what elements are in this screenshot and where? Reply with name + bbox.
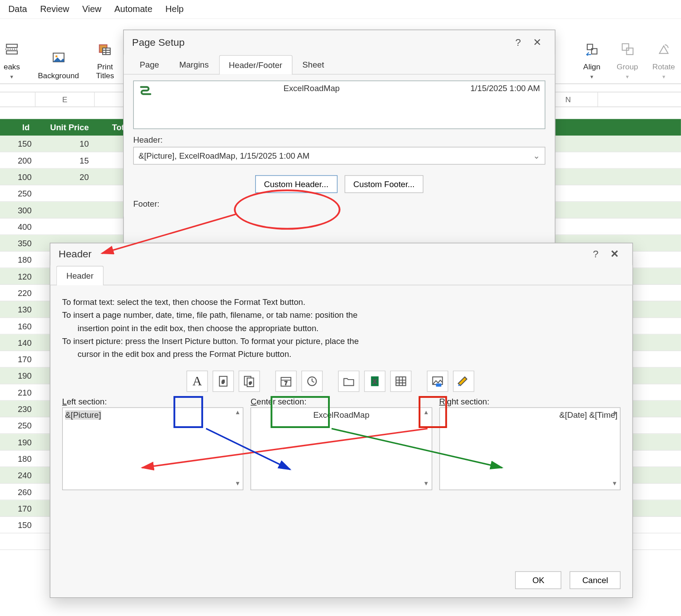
group-icon [617, 39, 638, 60]
close-button[interactable]: ✕ [528, 36, 547, 48]
footer-label: Footer: [133, 199, 545, 208]
svg-rect-0 [6, 44, 17, 48]
svg-text:#: # [222, 379, 225, 384]
left-section-input[interactable]: &[Picture] ▲▼ [62, 407, 244, 490]
chevron-down-icon: ▾ [662, 73, 665, 80]
chevron-down-icon: ▾ [10, 73, 13, 80]
roadmap-icon [139, 84, 153, 98]
ribbon-print-titles-label: Print Titles [96, 62, 114, 80]
custom-footer-button[interactable]: Custom Footer... [345, 175, 424, 193]
ribbon-align[interactable]: Align ▾ [581, 21, 602, 80]
ribbon-breaks-label: eaks [4, 62, 20, 71]
format-text-button[interactable]: A [187, 371, 208, 392]
left-section-label: eft section: [67, 396, 107, 406]
ribbon-group[interactable]: Group ▾ [617, 21, 638, 80]
svg-rect-12 [622, 44, 629, 50]
svg-rect-13 [626, 48, 633, 55]
header-sections: Left section: &[Picture] ▲▼ Center secti… [62, 396, 621, 490]
svg-text:7: 7 [284, 380, 287, 386]
chevron-down-icon: ▾ [626, 73, 629, 80]
ribbon-background[interactable]: Background [38, 21, 79, 80]
svg-rect-1 [6, 51, 17, 54]
align-icon [581, 39, 602, 60]
ribbon-background-label: Background [38, 71, 79, 80]
svg-point-4 [55, 55, 57, 57]
ribbon-group-label: Group [617, 62, 638, 71]
help-button[interactable]: ? [586, 248, 605, 260]
ribbon-print-titles[interactable]: Print Titles [94, 21, 116, 80]
background-icon [48, 48, 69, 69]
sheet-name-button[interactable] [390, 371, 412, 392]
tab-header[interactable]: Header [56, 266, 104, 285]
tab-margins[interactable]: Margins [169, 55, 219, 74]
custom-header-button[interactable]: Custom Header... [255, 175, 337, 193]
page-number-button[interactable]: # [212, 371, 234, 392]
svg-text:#: # [249, 380, 252, 385]
center-section-input[interactable]: ExcelRoadMap ▲▼ [251, 407, 432, 490]
ok-button[interactable]: OK [515, 571, 561, 589]
header-dialog: Header ? ✕ Header To format text: select… [50, 243, 633, 598]
ribbon-rotate[interactable]: Rotate ▾ [652, 21, 675, 80]
insert-picture-button[interactable] [427, 371, 448, 392]
page-setup-title: Page Setup [132, 36, 184, 48]
tab-header-footer[interactable]: Header/Footer [219, 55, 292, 75]
right-section-label: ight section: [445, 396, 489, 406]
breaks-icon [1, 39, 23, 60]
svg-line-25 [312, 381, 314, 382]
center-section-label: enter section: [256, 396, 306, 406]
svg-rect-6 [103, 48, 110, 55]
rotate-icon [653, 39, 674, 60]
menu-review[interactable]: Review [40, 4, 69, 14]
file-path-button[interactable] [338, 371, 360, 392]
svg-rect-34 [436, 384, 441, 387]
ribbon-breaks[interactable]: eaks ▾ [1, 21, 23, 80]
time-button[interactable] [301, 371, 323, 392]
tab-sheet[interactable]: Sheet [292, 55, 334, 74]
format-picture-button[interactable] [453, 371, 474, 392]
svg-rect-28 [396, 377, 406, 386]
close-button[interactable]: ✕ [605, 248, 624, 260]
page-setup-dialog: Page Setup ? ✕ Page Margins Header/Foote… [123, 30, 555, 246]
chevron-down-icon: ▾ [590, 73, 593, 80]
header-toolbar: A # # 7 X [187, 371, 621, 392]
print-titles-icon [94, 39, 116, 60]
menu-bar: Data Review View Automate Help [0, 0, 681, 19]
header-dialog-title: Header [59, 248, 92, 260]
ribbon-align-label: Align [583, 62, 601, 71]
date-button[interactable]: 7 [275, 371, 296, 392]
menu-help[interactable]: Help [165, 4, 184, 14]
file-name-button[interactable]: X [364, 371, 385, 392]
chevron-down-icon: ⌄ [533, 151, 540, 160]
svg-marker-14 [659, 46, 668, 53]
menu-view[interactable]: View [82, 4, 101, 14]
menu-data[interactable]: Data [8, 4, 27, 14]
header-preview: ExcelRoadMap 1/15/2025 1:00 AM [133, 80, 545, 129]
help-button[interactable]: ? [509, 36, 528, 48]
menu-automate[interactable]: Automate [114, 4, 152, 14]
right-section-input[interactable]: &[Date] &[Time] ▲▼ [439, 407, 621, 490]
tab-page[interactable]: Page [130, 55, 169, 74]
instructions: To format text: select the text, then ch… [62, 297, 621, 359]
header-label: Header: [133, 135, 545, 144]
page-setup-tabs: Page Margins Header/Footer Sheet [124, 55, 555, 75]
ribbon-rotate-label: Rotate [652, 62, 675, 71]
svg-text:X: X [373, 379, 377, 385]
cancel-button[interactable]: Cancel [570, 571, 621, 589]
header-combo[interactable]: &[Picture], ExcelRoadMap, 1/15/2025 1:00… [133, 147, 545, 164]
pages-button[interactable]: # [239, 371, 260, 392]
